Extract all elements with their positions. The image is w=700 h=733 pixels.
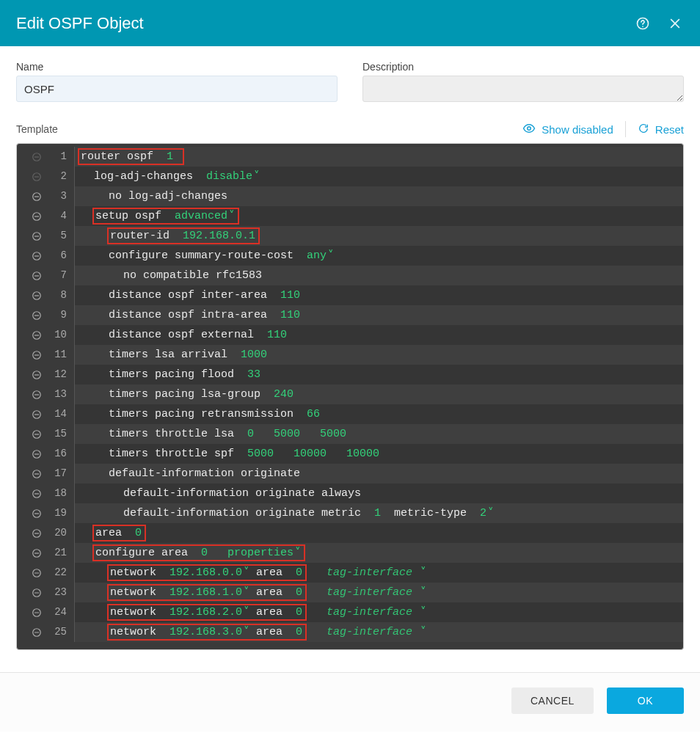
chevron-down-icon[interactable]: ˅ — [295, 543, 301, 563]
fold-toggle-icon[interactable] — [17, 167, 45, 186]
editor-line[interactable]: 24network 192.168.2.0˅ area 0 tag-interf… — [17, 602, 683, 622]
line-content[interactable]: timers throttle lsa 0 5000 5000 — [75, 424, 683, 444]
editor-line[interactable]: 13timers pacing lsa-group 240 — [17, 384, 683, 404]
fold-toggle-icon[interactable] — [17, 186, 45, 206]
editor-line[interactable]: 5router-id 192.168.0.1 — [17, 226, 683, 246]
line-content[interactable]: area 0 — [75, 523, 683, 543]
editor-line[interactable]: 2log-adj-changes disable˅ — [17, 167, 683, 186]
editor-line[interactable]: 4setup ospf advanced˅ — [17, 206, 683, 226]
reset-button[interactable]: Reset — [638, 123, 684, 136]
line-content[interactable]: configure summary-route-cost any˅ — [75, 246, 683, 266]
fold-toggle-icon[interactable] — [17, 226, 45, 246]
line-content[interactable]: timers pacing lsa-group 240 — [75, 384, 683, 404]
line-content[interactable]: timers pacing flood 33 — [75, 365, 683, 384]
editor-line[interactable]: 25network 192.168.3.0˅ area 0 tag-interf… — [17, 622, 683, 642]
fold-toggle-icon[interactable] — [17, 384, 45, 404]
line-content[interactable]: router-id 192.168.0.1 — [75, 226, 683, 246]
chevron-down-icon[interactable]: ˅ — [414, 583, 426, 602]
line-content[interactable]: distance ospf intra-area 110 — [75, 305, 683, 325]
chevron-down-icon[interactable]: ˅ — [414, 563, 426, 583]
chevron-down-icon[interactable]: ˅ — [229, 206, 235, 226]
fold-toggle-icon[interactable] — [17, 285, 45, 305]
fold-toggle-icon[interactable] — [17, 543, 45, 563]
line-content[interactable]: setup ospf advanced˅ — [75, 206, 683, 226]
editor-line[interactable]: 14timers pacing retransmission 66 — [17, 404, 683, 424]
editor-line[interactable]: 9distance ospf intra-area 110 — [17, 305, 683, 325]
fold-toggle-icon[interactable] — [17, 484, 45, 503]
ok-button[interactable]: OK — [607, 688, 684, 714]
editor-line[interactable]: 8distance ospf inter-area 110 — [17, 285, 683, 305]
line-content[interactable]: network 192.168.1.0˅ area 0 tag-interfac… — [75, 583, 683, 602]
chevron-down-icon[interactable]: ˅ — [488, 503, 494, 523]
line-content[interactable]: distance ospf external 110 — [75, 325, 683, 345]
chevron-down-icon[interactable]: ˅ — [244, 602, 249, 622]
fold-toggle-icon[interactable] — [17, 464, 45, 484]
fold-toggle-icon[interactable] — [17, 246, 45, 266]
close-icon[interactable] — [666, 15, 684, 32]
fold-toggle-icon[interactable] — [17, 622, 45, 642]
line-content[interactable]: timers throttle spf 5000 10000 10000 — [75, 444, 683, 464]
line-content[interactable]: default-information originate — [75, 464, 683, 484]
line-content[interactable]: default-information originate metric 1 m… — [75, 503, 683, 523]
chevron-down-icon[interactable]: ˅ — [328, 246, 334, 266]
chevron-down-icon[interactable]: ˅ — [414, 622, 426, 642]
fold-toggle-icon[interactable] — [17, 206, 45, 226]
editor-line[interactable]: 17default-information originate — [17, 464, 683, 484]
fold-toggle-icon[interactable] — [17, 583, 45, 602]
fold-toggle-icon[interactable] — [17, 503, 45, 523]
chevron-down-icon[interactable]: ˅ — [244, 583, 249, 602]
line-content[interactable]: configure area 0 properties˅ — [75, 543, 683, 563]
line-content[interactable]: network 192.168.2.0˅ area 0 tag-interfac… — [75, 602, 683, 622]
tag-dropdown[interactable]: tag-interface — [327, 602, 412, 622]
fold-toggle-icon[interactable] — [17, 424, 45, 444]
fold-toggle-icon[interactable] — [17, 404, 45, 424]
fold-toggle-icon[interactable] — [17, 305, 45, 325]
line-content[interactable]: no compatible rfc1583 — [75, 266, 683, 285]
chevron-down-icon[interactable]: ˅ — [254, 167, 260, 186]
line-content[interactable]: default-information originate always — [75, 484, 683, 503]
description-field[interactable] — [362, 76, 684, 102]
editor-line[interactable]: 22network 192.168.0.0˅ area 0 tag-interf… — [17, 563, 683, 583]
help-icon[interactable] — [634, 15, 652, 32]
editor-line[interactable]: 11timers lsa arrival 1000 — [17, 345, 683, 365]
line-content[interactable]: distance ospf inter-area 110 — [75, 285, 683, 305]
tag-dropdown[interactable]: tag-interface — [327, 583, 412, 602]
fold-toggle-icon[interactable] — [17, 563, 45, 583]
line-content[interactable]: timers pacing retransmission 66 — [75, 404, 683, 424]
editor-line[interactable]: 15timers throttle lsa 0 5000 5000 — [17, 424, 683, 444]
line-content[interactable]: network 192.168.3.0˅ area 0 tag-interfac… — [75, 622, 683, 642]
line-content[interactable]: no log-adj-changes — [75, 186, 683, 206]
chevron-down-icon[interactable]: ˅ — [244, 622, 249, 642]
fold-toggle-icon[interactable] — [17, 147, 45, 167]
line-content[interactable]: timers lsa arrival 1000 — [75, 345, 683, 365]
fold-toggle-icon[interactable] — [17, 365, 45, 384]
cancel-button[interactable]: CANCEL — [511, 688, 594, 714]
editor-line[interactable]: 20area 0 — [17, 523, 683, 543]
fold-toggle-icon[interactable] — [17, 325, 45, 345]
editor-line[interactable]: 18default-information originate always — [17, 484, 683, 503]
editor-line[interactable]: 23network 192.168.1.0˅ area 0 tag-interf… — [17, 583, 683, 602]
editor-line[interactable]: 19default-information originate metric 1… — [17, 503, 683, 523]
editor-line[interactable]: 1router ospf 1 — [17, 147, 683, 167]
editor-line[interactable]: 10distance ospf external 110 — [17, 325, 683, 345]
tag-dropdown[interactable]: tag-interface — [327, 563, 412, 583]
fold-toggle-icon[interactable] — [17, 444, 45, 464]
editor-line[interactable]: 7no compatible rfc1583 — [17, 266, 683, 285]
show-disabled-button[interactable]: Show disabled — [522, 122, 613, 137]
editor-line[interactable]: 21configure area 0 properties˅ — [17, 543, 683, 563]
editor-line[interactable]: 6configure summary-route-cost any˅ — [17, 246, 683, 266]
editor-line[interactable]: 12timers pacing flood 33 — [17, 365, 683, 384]
tag-dropdown[interactable]: tag-interface — [327, 622, 412, 642]
fold-toggle-icon[interactable] — [17, 266, 45, 285]
line-content[interactable]: router ospf 1 — [75, 147, 683, 167]
editor-line[interactable]: 16timers throttle spf 5000 10000 10000 — [17, 444, 683, 464]
template-editor[interactable]: 1router ospf 1 2log-adj-changes disable˅… — [16, 143, 684, 650]
chevron-down-icon[interactable]: ˅ — [244, 563, 249, 583]
fold-toggle-icon[interactable] — [17, 602, 45, 622]
line-content[interactable]: network 192.168.0.0˅ area 0 tag-interfac… — [75, 563, 683, 583]
editor-line[interactable]: 3no log-adj-changes — [17, 186, 683, 206]
fold-toggle-icon[interactable] — [17, 523, 45, 543]
name-field[interactable] — [16, 76, 338, 102]
fold-toggle-icon[interactable] — [17, 345, 45, 365]
line-content[interactable]: log-adj-changes disable˅ — [75, 167, 683, 186]
